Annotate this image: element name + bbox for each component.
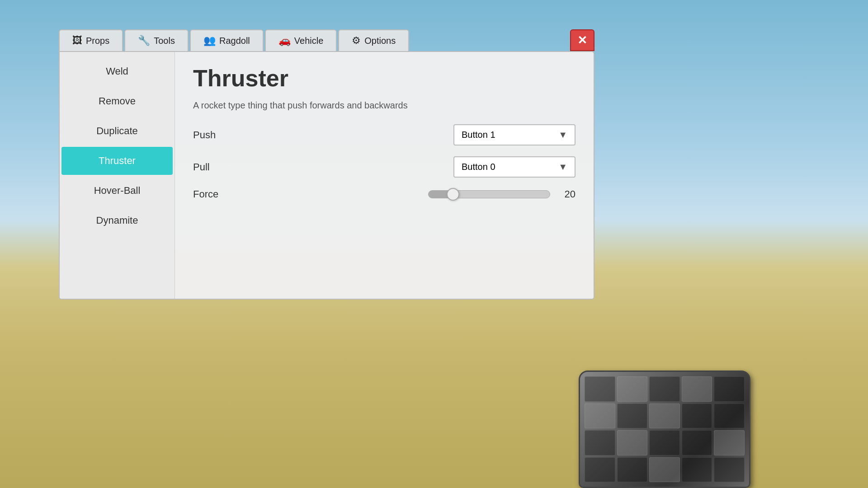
weapon-cell — [649, 430, 680, 455]
weapon-cell — [585, 376, 615, 402]
weapon-decoration — [552, 343, 778, 488]
sidebar-item-duplicate[interactable]: Duplicate — [61, 117, 173, 145]
ragdoll-icon: 👥 — [203, 35, 216, 47]
force-label: Force — [193, 188, 218, 200]
detail-title: Thruster — [193, 66, 576, 91]
weapon-cell — [617, 430, 648, 455]
weapon-cell — [682, 457, 712, 483]
pull-label: Pull — [193, 161, 210, 173]
sidebar-item-thruster-label: Thruster — [99, 155, 136, 166]
weapon-cell — [714, 376, 745, 402]
sidebar-item-dynamite-label: Dynamite — [96, 215, 138, 226]
vehicle-icon: 🚗 — [278, 35, 291, 47]
weapon-cell — [714, 457, 745, 483]
tab-props[interactable]: 🖼 Props — [59, 29, 123, 51]
sidebar-item-remove-label: Remove — [99, 95, 136, 107]
weapon-cell — [617, 376, 648, 402]
weapon-cell — [649, 376, 680, 402]
sidebar-item-thruster[interactable]: Thruster — [61, 147, 173, 175]
weapon-cell — [714, 430, 745, 455]
push-dropdown[interactable]: Button 1 ▼ — [453, 124, 576, 145]
pull-dropdown-value: Button 0 — [462, 162, 495, 172]
tab-options[interactable]: ⚙ Options — [338, 29, 409, 51]
push-control-row: Push Button 1 ▼ — [193, 124, 576, 145]
force-slider-value: 20 — [557, 188, 576, 200]
sidebar-item-remove[interactable]: Remove — [61, 87, 173, 115]
close-icon: ✕ — [577, 33, 587, 47]
weapon-body — [579, 371, 750, 488]
push-dropdown-value: Button 1 — [462, 130, 495, 140]
force-control-row: Force 20 — [193, 188, 576, 200]
detail-panel: Thruster A rocket type thing that push f… — [175, 52, 594, 299]
sidebar-item-weld-label: Weld — [106, 66, 128, 77]
weapon-cell — [617, 457, 648, 483]
tab-bar: 🖼 Props 🔧 Tools 👥 Ragdoll 🚗 Vehicle ⚙ Op… — [59, 29, 594, 51]
options-icon: ⚙ — [352, 35, 361, 47]
tab-vehicle-label: Vehicle — [294, 36, 324, 46]
weapon-cell — [682, 430, 712, 455]
weapon-cell — [682, 376, 712, 402]
weapon-cell — [682, 404, 712, 429]
sidebar-item-hoverball-label: Hover-Ball — [94, 185, 141, 196]
sidebar-item-duplicate-label: Duplicate — [96, 125, 138, 136]
tab-tools[interactable]: 🔧 Tools — [124, 29, 189, 51]
weapon-cell — [714, 404, 745, 429]
sidebar: Weld Remove Duplicate Thruster Hover-Bal… — [60, 52, 175, 299]
weapon-cell — [649, 457, 680, 483]
props-icon: 🖼 — [72, 35, 82, 47]
tab-ragdoll[interactable]: 👥 Ragdoll — [190, 29, 264, 51]
force-slider-thumb[interactable] — [447, 188, 459, 201]
push-dropdown-arrow: ▼ — [558, 130, 567, 140]
pull-dropdown-arrow: ▼ — [558, 162, 567, 172]
weapon-cell — [585, 404, 615, 429]
tools-icon: 🔧 — [138, 35, 150, 47]
tab-tools-label: Tools — [154, 36, 175, 46]
controls-section: Push Button 1 ▼ Pull Button 0 ▼ — [193, 124, 576, 200]
tab-ragdoll-label: Ragdoll — [219, 36, 250, 46]
sidebar-item-weld[interactable]: Weld — [61, 57, 173, 85]
tab-props-label: Props — [86, 36, 109, 46]
panel-container: 🖼 Props 🔧 Tools 👥 Ragdoll 🚗 Vehicle ⚙ Op… — [59, 29, 594, 300]
pull-control-row: Pull Button 0 ▼ — [193, 156, 576, 178]
weapon-cell — [649, 404, 680, 429]
weapon-cell — [617, 404, 648, 429]
weapon-grid — [585, 376, 745, 482]
weapon-cell — [585, 457, 615, 483]
tab-options-label: Options — [364, 36, 396, 46]
force-slider-track[interactable] — [428, 190, 550, 198]
push-label: Push — [193, 129, 216, 141]
detail-description: A rocket type thing that push forwards a… — [193, 100, 576, 111]
pull-dropdown[interactable]: Button 0 ▼ — [453, 156, 576, 178]
sidebar-item-dynamite[interactable]: Dynamite — [61, 206, 173, 235]
sidebar-item-hoverball[interactable]: Hover-Ball — [61, 177, 173, 205]
weapon-cell — [585, 430, 615, 455]
main-content: Weld Remove Duplicate Thruster Hover-Bal… — [59, 51, 594, 300]
close-button[interactable]: ✕ — [570, 29, 594, 51]
force-slider-container: 20 — [428, 188, 576, 200]
tab-vehicle[interactable]: 🚗 Vehicle — [265, 29, 337, 51]
